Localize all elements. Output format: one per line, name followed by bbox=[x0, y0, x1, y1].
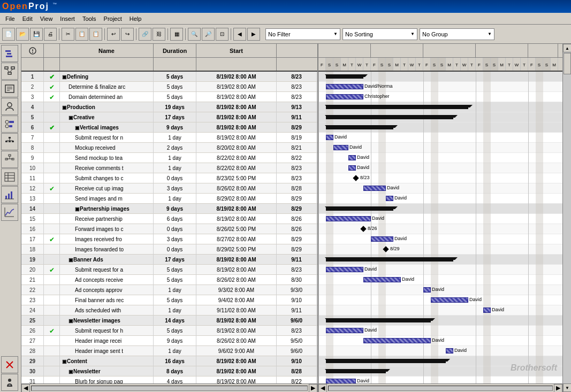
sidebar-icon-wbs[interactable] bbox=[1, 151, 18, 168]
vscroll-track[interactable] bbox=[563, 52, 571, 383]
cell-task-name[interactable]: ▣ Newsletter bbox=[60, 366, 154, 376]
cell-task-name[interactable]: Final banner ads rec bbox=[60, 295, 154, 305]
table-row[interactable]: 2✔Determine & finalize arc5 days8/19/02 … bbox=[21, 82, 317, 92]
cell-task-name[interactable]: Header image recei bbox=[60, 336, 154, 346]
gantt-hscroll-left[interactable]: ◀ bbox=[318, 384, 327, 393]
collapse-icon[interactable]: ▣ bbox=[75, 206, 80, 212]
sidebar-icon-resource-table[interactable] bbox=[1, 168, 18, 186]
toolbar-table[interactable]: ▦ bbox=[170, 28, 183, 41]
table-row[interactable]: 28Header image sent t1 day9/6/02 9:00 AM… bbox=[21, 346, 317, 356]
vscroll-thumb[interactable] bbox=[564, 53, 571, 74]
cell-task-name[interactable]: Submit request for n bbox=[60, 133, 154, 143]
cell-task-name[interactable]: Ad concepts approv bbox=[60, 285, 154, 295]
hscroll-right[interactable]: ▶ bbox=[309, 384, 317, 393]
table-row[interactable]: 4▣ Production19 days8/19/02 8:00 AM9/13 bbox=[21, 102, 317, 112]
cell-task-name[interactable]: Ad concepts receive bbox=[60, 275, 154, 285]
filter-dropdown[interactable]: No Filter ▼ bbox=[265, 28, 340, 40]
table-row[interactable]: 1✔▣ Defining5 days8/19/02 8:00 AM8/23 bbox=[21, 72, 317, 82]
toolbar-cut[interactable]: ✂ bbox=[62, 28, 74, 41]
collapse-icon[interactable]: ▣ bbox=[62, 105, 67, 110]
sidebar-icon-org[interactable] bbox=[1, 133, 18, 150]
cell-task-name[interactable]: Submit request for a bbox=[60, 265, 154, 275]
menu-file[interactable]: File bbox=[2, 14, 18, 23]
menu-edit[interactable]: Edit bbox=[19, 14, 36, 23]
collapse-icon[interactable]: ▣ bbox=[75, 125, 80, 130]
sidebar-icon-network[interactable] bbox=[1, 63, 18, 80]
sidebar-icon-resource-gantt[interactable] bbox=[1, 116, 18, 133]
toolbar-zoom-out[interactable]: 🔎 bbox=[202, 28, 215, 41]
cell-task-name[interactable]: ▣ Partnership images bbox=[60, 204, 154, 214]
toolbar-open[interactable]: 📂 bbox=[16, 28, 29, 41]
cell-task-name[interactable]: Forward images to c bbox=[60, 224, 154, 234]
table-row[interactable]: 19▣ Banner Ads17 days8/19/02 8:00 AM9/11 bbox=[21, 255, 317, 265]
menu-tools[interactable]: Tools bbox=[79, 14, 100, 23]
toolbar-zoom-fit[interactable]: ⊡ bbox=[216, 28, 229, 41]
cell-task-name[interactable]: ▣ Production bbox=[60, 102, 154, 112]
sidebar-icon-metrics[interactable] bbox=[1, 204, 18, 221]
hscroll-track[interactable] bbox=[31, 386, 308, 391]
toolbar-print[interactable]: 🖨 bbox=[44, 28, 57, 41]
sidebar-icon-gantt[interactable] bbox=[1, 45, 18, 62]
cell-task-name[interactable]: Domain determined an bbox=[60, 92, 154, 102]
table-row[interactable]: 22Ad concepts approv1 day9/3/02 8:00 AM9… bbox=[21, 285, 317, 295]
toolbar-redo[interactable]: ↪ bbox=[121, 28, 134, 41]
menu-view[interactable]: View bbox=[37, 14, 56, 23]
gantt-hscroll-right[interactable]: ▶ bbox=[554, 384, 562, 393]
table-row[interactable]: 31Blurb for signup pag4 days8/19/02 8:00… bbox=[21, 376, 317, 383]
menu-project[interactable]: Project bbox=[101, 14, 125, 23]
toolbar-paste[interactable]: 📋 bbox=[89, 28, 102, 41]
cell-task-name[interactable]: Blurb for signup pag bbox=[60, 376, 154, 383]
toolbar-nav-left[interactable]: ◀ bbox=[233, 28, 246, 41]
cell-task-name[interactable]: Images received fro bbox=[60, 234, 154, 244]
table-row[interactable]: 5▣ Creative17 days8/19/02 8:00 AM9/11 bbox=[21, 112, 317, 122]
collapse-icon[interactable]: ▣ bbox=[68, 369, 73, 374]
vscroll-down[interactable]: ▼ bbox=[563, 383, 571, 392]
task-hscroll[interactable]: ◀ ▶ bbox=[21, 383, 317, 392]
table-row[interactable]: 16Forward images to c0 days8/26/02 5:00 … bbox=[21, 224, 317, 234]
vscroll-up[interactable]: ▲ bbox=[563, 44, 571, 52]
collapse-icon[interactable]: ▣ bbox=[62, 74, 67, 80]
toolbar-copy[interactable]: 📋 bbox=[75, 28, 88, 41]
table-row[interactable]: 15Receive partnership6 days8/19/02 8:00 … bbox=[21, 214, 317, 224]
vertical-scrollbar[interactable]: ▲ ▼ bbox=[562, 44, 571, 392]
cell-task-name[interactable]: Send mockup to tea bbox=[60, 153, 154, 163]
table-row[interactable]: 20✔Submit request for a5 days8/19/02 8:0… bbox=[21, 265, 317, 275]
table-row[interactable]: 21Ad concepts receive5 days8/26/02 8:00 … bbox=[21, 275, 317, 285]
cell-task-name[interactable]: Images forwarded to bbox=[60, 244, 154, 255]
table-row[interactable]: 9Send mockup to tea1 day8/22/02 8:00 AM8… bbox=[21, 153, 317, 163]
table-row[interactable]: 12✔Receive cut up imag3 days8/26/02 8:00… bbox=[21, 183, 317, 194]
cell-task-name[interactable]: ▣ Banner Ads bbox=[60, 255, 154, 265]
cell-task-name[interactable]: Ads scheduled with bbox=[60, 305, 154, 316]
table-row[interactable]: 24Ads scheduled with1 day9/11/02 8:00 AM… bbox=[21, 305, 317, 316]
toolbar-nav-right[interactable]: ▶ bbox=[247, 28, 260, 41]
cell-task-name[interactable]: Header image sent t bbox=[60, 346, 154, 356]
gantt-hscroll-track[interactable] bbox=[328, 386, 553, 391]
cell-task-name[interactable]: Send images and m bbox=[60, 194, 154, 204]
toolbar-unlink[interactable]: ⛓ bbox=[153, 28, 165, 41]
cell-task-name[interactable]: ▣ Vertical images bbox=[60, 122, 154, 133]
table-row[interactable]: 23Final banner ads rec5 days9/4/02 8:00 … bbox=[21, 295, 317, 305]
table-row[interactable]: 10Receive comments t1 day8/22/02 8:00 AM… bbox=[21, 163, 317, 173]
table-row[interactable]: 8Mockup received2 days8/20/02 8:00 AM8/2… bbox=[21, 143, 317, 153]
toolbar-save[interactable]: 💾 bbox=[30, 28, 43, 41]
sidebar-icon-chart[interactable] bbox=[1, 186, 18, 203]
sorting-dropdown[interactable]: No Sorting ▼ bbox=[342, 28, 417, 40]
table-row[interactable]: 18Images forwarded to0 days8/29/02 5:00 … bbox=[21, 244, 317, 255]
table-row[interactable]: 25▣ Newsletter images14 days8/19/02 8:00… bbox=[21, 316, 317, 326]
cell-task-name[interactable]: Submit request for h bbox=[60, 326, 154, 336]
toolbar-undo[interactable]: ↩ bbox=[107, 28, 120, 41]
collapse-icon[interactable]: ▣ bbox=[68, 318, 73, 324]
cell-task-name[interactable]: Submit changes to c bbox=[60, 173, 154, 183]
cell-task-name[interactable]: ▣ Content bbox=[60, 356, 154, 366]
collapse-icon[interactable]: ▣ bbox=[68, 115, 73, 120]
table-row[interactable]: 30▣ Newsletter8 days8/19/02 8:00 AM8/28 bbox=[21, 366, 317, 376]
toolbar-new[interactable]: 📄 bbox=[2, 28, 15, 41]
group-dropdown[interactable]: No Group ▼ bbox=[420, 28, 494, 40]
sidebar-icon-resource[interactable] bbox=[1, 98, 18, 115]
cell-task-name[interactable]: Receive partnership bbox=[60, 214, 154, 224]
collapse-icon[interactable]: ▣ bbox=[68, 257, 73, 263]
cell-task-name[interactable]: Mockup received bbox=[60, 143, 154, 153]
cell-task-name[interactable]: ▣ Creative bbox=[60, 112, 154, 122]
toolbar-zoom-in[interactable]: 🔍 bbox=[188, 28, 201, 41]
cell-task-name[interactable]: ▣ Newsletter images bbox=[60, 316, 154, 326]
